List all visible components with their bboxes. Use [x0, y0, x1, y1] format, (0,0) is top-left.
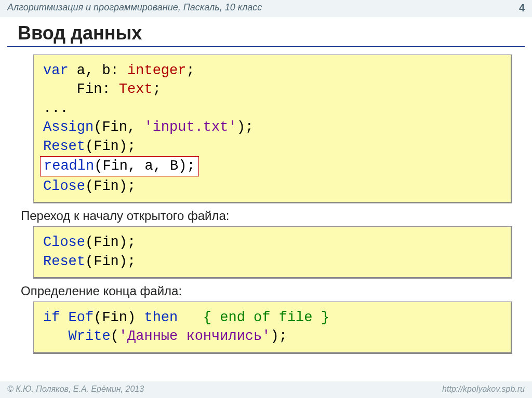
code-line: Close(Fin); — [43, 177, 502, 196]
fn-close: Close — [43, 179, 85, 194]
code-line: Fin: Text; — [43, 80, 502, 99]
code-line: Reset(Fin); — [43, 137, 502, 156]
code-line: readln(Fin, a, B); — [43, 156, 502, 176]
fn-eof: Eof — [60, 310, 94, 325]
comment: { end of file } — [203, 310, 329, 325]
fn-readln: readln — [44, 158, 94, 174]
code-line: Reset(Fin); — [43, 252, 502, 271]
caption-restart: Переход к началу открытого файла: — [21, 209, 532, 223]
keyword-then: then — [144, 310, 178, 325]
breadcrumb: Алгоритмизация и программирование, Паска… — [7, 2, 262, 14]
code-line: Assign(Fin, 'input.txt'); — [43, 118, 502, 136]
code-block-3: if Eof(Fin) then { end of file } Write('… — [33, 301, 512, 354]
footer-url: http://kpolyakov.spb.ru — [442, 385, 525, 394]
fn-assign: Assign — [43, 119, 94, 135]
code-line: Close(Fin); — [43, 233, 502, 252]
type-text: Text — [119, 81, 153, 97]
string-literal: 'input.txt' — [144, 119, 236, 135]
fn-reset: Reset — [43, 254, 85, 269]
footer-bar: © К.Ю. Поляков, Е.А. Ерёмин, 2013 http:/… — [0, 381, 532, 398]
fn-reset: Reset — [43, 139, 85, 154]
copyright: © К.Ю. Поляков, Е.А. Ерёмин, 2013 — [7, 385, 144, 394]
breadcrumb-bar: Алгоритмизация и программирование, Паска… — [0, 0, 532, 17]
code-line: ... — [43, 99, 502, 118]
caption-eof: Определение конца файла: — [21, 284, 532, 298]
type-integer: integer — [127, 63, 186, 78]
code-line: if Eof(Fin) then { end of file } — [43, 308, 502, 327]
page-title: Ввод данных — [18, 22, 532, 44]
string-literal: 'Данные кончились' — [119, 328, 271, 344]
keyword-if: if — [43, 310, 60, 325]
code-line: Write('Данные кончились'); — [43, 327, 502, 346]
code-block-1: var a, b: integer; Fin: Text; ... Assign… — [33, 54, 512, 203]
page-number: 4 — [519, 2, 525, 14]
title-underline — [7, 46, 525, 47]
keyword-var: var — [43, 63, 69, 78]
highlight-box: readln(Fin, a, B); — [40, 156, 199, 176]
fn-write: Write — [69, 328, 111, 344]
code-line: var a, b: integer; — [43, 61, 502, 80]
fn-close: Close — [43, 235, 85, 250]
code-block-2: Close(Fin); Reset(Fin); — [33, 226, 512, 279]
